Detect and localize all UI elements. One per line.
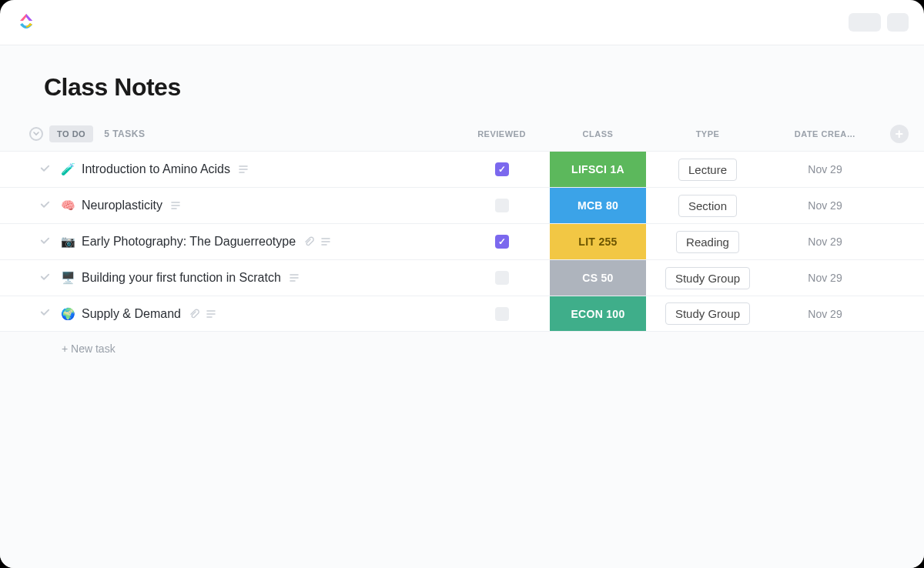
cell-date: Nov 29 <box>769 224 881 259</box>
cell-reviewed[interactable] <box>454 188 550 223</box>
cell-type[interactable]: Study Group <box>646 260 769 296</box>
task-count: 5 TASKS <box>104 129 145 139</box>
task-title[interactable]: Building your first function in Scratch <box>82 271 281 285</box>
cell-reviewed[interactable] <box>454 296 550 331</box>
row-cells: LIT 255ReadingNov 29 <box>454 224 924 259</box>
description-icon <box>206 309 216 319</box>
attachment-icon <box>303 236 314 247</box>
task-emoji: 📷 <box>60 235 75 249</box>
cell-class[interactable]: ECON 100 <box>550 296 646 331</box>
reviewed-checkbox[interactable] <box>495 271 509 285</box>
cell-date: Nov 29 <box>769 152 881 187</box>
row-status-check[interactable] <box>0 162 60 177</box>
class-pill[interactable]: CS 50 <box>550 260 646 296</box>
task-extras <box>289 272 300 283</box>
task-list: 🧪Introduction to Amino AcidsLIFSCI 1ALec… <box>0 151 924 332</box>
task-row[interactable]: 🧪Introduction to Amino AcidsLIFSCI 1ALec… <box>0 151 924 187</box>
task-title[interactable]: Supply & Demand <box>82 307 181 321</box>
cell-class[interactable]: LIFSCI 1A <box>550 152 646 187</box>
cell-class[interactable]: CS 50 <box>550 260 646 296</box>
topbar-button-a[interactable] <box>849 13 881 32</box>
topbar-actions <box>849 13 909 32</box>
clickup-logo-icon <box>15 12 37 33</box>
description-icon <box>320 236 331 247</box>
check-icon <box>39 306 51 318</box>
type-tag[interactable]: Lecture <box>678 159 737 181</box>
task-title[interactable]: Neuroplasticity <box>82 199 162 212</box>
row-status-check[interactable] <box>0 271 60 286</box>
row-status-check[interactable] <box>0 306 60 321</box>
cell-type[interactable]: Study Group <box>646 296 769 331</box>
attachment-icon <box>189 309 199 319</box>
cell-type[interactable]: Reading <box>646 224 769 259</box>
type-tag[interactable]: Reading <box>676 231 739 253</box>
description-icon <box>289 272 300 283</box>
cell-reviewed[interactable] <box>454 224 550 259</box>
cell-type[interactable]: Lecture <box>646 152 769 187</box>
app-logo[interactable] <box>15 12 37 33</box>
cell-reviewed[interactable] <box>454 260 550 296</box>
cell-type[interactable]: Section <box>646 188 769 223</box>
reviewed-checkbox[interactable] <box>495 307 509 321</box>
column-header-type[interactable]: TYPE <box>646 129 769 139</box>
type-tag[interactable]: Study Group <box>665 267 750 289</box>
row-cells: MCB 80SectionNov 29 <box>454 188 924 223</box>
reviewed-checkbox[interactable] <box>495 235 509 249</box>
task-row[interactable]: 🖥️Building your first function in Scratc… <box>0 259 924 296</box>
add-column-button[interactable]: + <box>890 125 909 143</box>
row-cells: CS 50Study GroupNov 29 <box>454 260 924 296</box>
task-emoji: 🧪 <box>60 162 75 176</box>
check-icon <box>39 162 51 174</box>
list-header: TO DO 5 TASKS REVIEWED CLASS TYPE DATE C… <box>0 125 924 151</box>
class-pill[interactable]: ECON 100 <box>550 296 646 331</box>
task-row[interactable]: 🌍Supply & DemandECON 100Study GroupNov 2… <box>0 296 924 332</box>
cell-class[interactable]: LIT 255 <box>550 224 646 259</box>
topbar <box>0 0 924 45</box>
cell-class[interactable]: MCB 80 <box>550 188 646 223</box>
task-title[interactable]: Early Photography: The Daguerreotype <box>82 235 296 249</box>
type-tag[interactable]: Study Group <box>665 302 750 325</box>
class-pill[interactable]: LIFSCI 1A <box>550 152 646 187</box>
cell-reviewed[interactable] <box>454 152 550 187</box>
check-icon <box>39 199 51 210</box>
description-icon <box>238 164 249 175</box>
column-header-reviewed[interactable]: REVIEWED <box>454 129 550 139</box>
column-header-date[interactable]: DATE CREA… <box>769 129 881 139</box>
chevron-down-icon <box>33 131 39 137</box>
column-header-class[interactable]: CLASS <box>550 129 646 139</box>
row-status-check[interactable] <box>0 199 60 213</box>
task-extras <box>303 236 331 247</box>
task-extras <box>238 164 249 175</box>
task-extras <box>189 309 216 319</box>
task-title[interactable]: Introduction to Amino Acids <box>82 162 230 176</box>
task-extras <box>170 200 181 211</box>
type-tag[interactable]: Section <box>678 195 737 217</box>
cell-date: Nov 29 <box>769 188 881 223</box>
reviewed-checkbox[interactable] <box>495 162 509 176</box>
page-title: Class Notes <box>0 73 924 125</box>
check-icon <box>39 235 51 246</box>
task-emoji: 🖥️ <box>60 271 75 285</box>
task-row[interactable]: 📷Early Photography: The DaguerreotypeLIT… <box>0 223 924 259</box>
content-area: Class Notes TO DO 5 TASKS REVIEWED CLASS… <box>0 45 924 568</box>
row-cells: ECON 100Study GroupNov 29 <box>454 296 924 331</box>
app-window: Class Notes TO DO 5 TASKS REVIEWED CLASS… <box>0 0 924 568</box>
task-emoji: 🧠 <box>60 199 75 212</box>
reviewed-checkbox[interactable] <box>495 199 509 212</box>
check-icon <box>39 271 51 282</box>
topbar-button-b[interactable] <box>887 13 909 32</box>
column-headers: REVIEWED CLASS TYPE DATE CREA… + <box>454 125 924 143</box>
task-row[interactable]: 🧠NeuroplasticityMCB 80SectionNov 29 <box>0 187 924 223</box>
description-icon <box>170 200 181 211</box>
row-cells: LIFSCI 1ALectureNov 29 <box>454 152 924 187</box>
status-pill[interactable]: TO DO <box>49 125 93 142</box>
cell-date: Nov 29 <box>769 260 881 296</box>
new-task-button[interactable]: + New task <box>0 332 924 355</box>
task-emoji: 🌍 <box>60 307 75 321</box>
row-status-check[interactable] <box>0 235 60 249</box>
class-pill[interactable]: MCB 80 <box>550 188 646 223</box>
collapse-toggle[interactable] <box>29 127 43 141</box>
class-pill[interactable]: LIT 255 <box>550 224 646 259</box>
cell-date: Nov 29 <box>769 296 881 331</box>
